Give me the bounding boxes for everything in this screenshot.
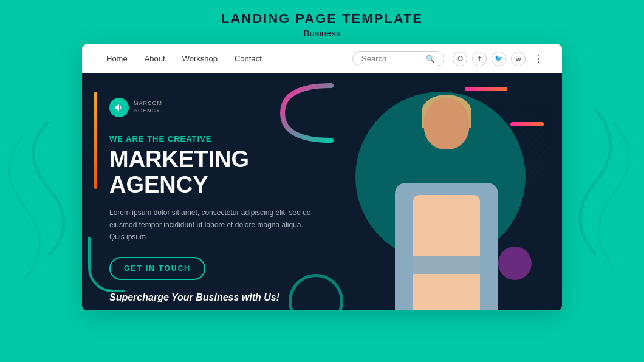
instagram-icon[interactable]: ⬡ — [453, 52, 467, 66]
nav-workshop[interactable]: Workshop — [175, 50, 225, 67]
person-head — [424, 98, 470, 149]
twitter-icon[interactable]: 🐦 — [492, 52, 506, 66]
hero-description: Lorem ipsum dolor sit amet, consectetur … — [109, 207, 316, 244]
main-card: Home About Workshop Contact 🔍 ⬡ f 🐦 w ⋮ — [82, 44, 562, 310]
svg-rect-2 — [462, 104, 553, 195]
person-jacket — [395, 183, 498, 310]
social-icons: ⬡ f 🐦 w ⋮ — [453, 52, 545, 66]
person-photo — [355, 86, 538, 310]
facebook-icon[interactable]: f — [472, 52, 487, 66]
nav-links: Home About Workshop Contact — [99, 50, 352, 67]
nav-about[interactable]: About — [137, 50, 173, 67]
teal-circle — [355, 92, 526, 262]
search-box: 🔍 — [352, 51, 444, 66]
logo-icon — [109, 98, 129, 117]
navbar: Home About Workshop Contact 🔍 ⬡ f 🐦 w ⋮ — [82, 44, 562, 73]
pink-bar-top — [465, 87, 507, 91]
person-arms — [400, 256, 494, 274]
cta-button[interactable]: GET IN TOUCH — [109, 257, 205, 280]
hero-content: MARCOM AGENCY WE ARE THE CREATIVE MARKET… — [82, 73, 334, 310]
logo-name: MARCOM — [134, 100, 162, 108]
more-options-button[interactable]: ⋮ — [530, 52, 545, 66]
diag-lines — [462, 104, 553, 195]
page-title: LANDING PAGE TEMPLATE — [221, 11, 423, 27]
logo-tagline: AGENCY — [134, 108, 162, 115]
logo-text: MARCOM AGENCY — [134, 100, 162, 114]
nav-contact[interactable]: Contact — [227, 50, 269, 67]
hero-title-line2: AGENCY — [109, 172, 316, 198]
person-silhouette — [374, 98, 519, 310]
hero-section: MARCOM AGENCY WE ARE THE CREATIVE MARKET… — [82, 73, 562, 310]
svg-point-1 — [464, 106, 551, 193]
hero-subtitle: WE ARE THE CREATIVE — [109, 134, 316, 143]
person-hair — [422, 95, 471, 128]
hero-title-line1: MARKETING — [109, 147, 316, 172]
page-header: LANDING PAGE TEMPLATE Business — [221, 0, 423, 38]
pink-bar-mid — [510, 122, 544, 126]
purple-circle — [498, 247, 532, 280]
logo: MARCOM AGENCY — [109, 98, 316, 117]
page-subtitle: Business — [221, 28, 423, 38]
nav-home[interactable]: Home — [99, 50, 135, 67]
search-icon: 🔍 — [426, 55, 435, 63]
hero-tagline: Supercharge Your Business with Us! — [109, 292, 316, 303]
person-shirt — [413, 195, 480, 310]
search-input[interactable] — [361, 54, 422, 63]
whatsapp-icon[interactable]: w — [511, 52, 526, 66]
megaphone-icon — [114, 102, 125, 113]
hero-title: MARKETING AGENCY — [109, 147, 316, 198]
